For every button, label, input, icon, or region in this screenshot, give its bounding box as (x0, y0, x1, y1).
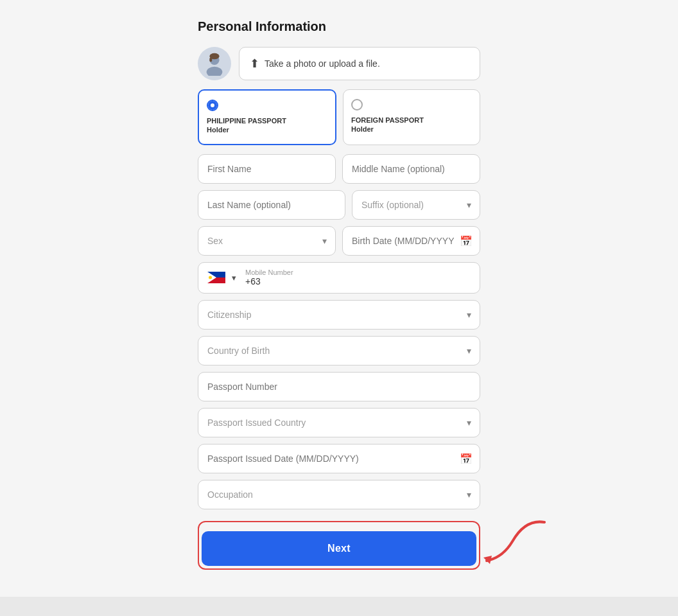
ph-flag-icon (207, 272, 225, 283)
philippine-passport-option[interactable]: PHILIPPINE PASSPORTHolder (198, 89, 336, 145)
svg-point-7 (209, 276, 212, 279)
page-title: Personal Information (198, 19, 480, 34)
upload-icon: ⬆ (250, 57, 259, 71)
occupation-select[interactable]: Occupation Employee Self-employed Studen… (198, 480, 480, 509)
passport-issued-country-wrapper: Passport Issued Country Philippines Unit… (198, 408, 480, 437)
sex-select[interactable]: Sex Male Female (198, 226, 336, 256)
lastname-row: Suffix (optional) Jr. Sr. III IV ▾ (198, 190, 480, 220)
mobile-code: +63 (245, 276, 293, 286)
sex-wrapper: Sex Male Female ▾ (198, 226, 336, 256)
passport-type-row: PHILIPPINE PASSPORTHolder FOREIGN PASSPO… (198, 89, 480, 145)
country-of-birth-wrapper: Country of Birth Philippines United Stat… (198, 336, 480, 365)
next-button-container: Next (198, 516, 480, 570)
birth-date-input[interactable] (342, 226, 480, 256)
next-button-highlight: Next (198, 521, 480, 570)
foreign-passport-radio[interactable] (351, 99, 363, 110)
avatar (198, 47, 231, 80)
upload-button[interactable]: ⬆ Take a photo or upload a file. (239, 47, 480, 80)
svg-rect-3 (209, 58, 212, 62)
foreign-passport-label: FOREIGN PASSPORTHolder (351, 116, 424, 134)
citizenship-wrapper: Citizenship Filipino American Other ▾ (198, 300, 480, 330)
svg-marker-8 (483, 556, 492, 564)
passport-number-input[interactable] (198, 372, 480, 401)
arrow-annotation (474, 516, 551, 570)
foreign-passport-option[interactable]: FOREIGN PASSPORTHolder (343, 89, 480, 145)
sex-birthdate-row: Sex Male Female ▾ 📅 (198, 226, 480, 256)
citizenship-select[interactable]: Citizenship Filipino American Other (198, 300, 480, 330)
country-of-birth-select[interactable]: Country of Birth Philippines United Stat… (198, 336, 480, 365)
bottom-bar (0, 597, 678, 616)
mobile-label: Mobile Number (245, 269, 293, 276)
passport-issued-date-wrapper: 📅 (198, 444, 480, 473)
flag-dropdown-arrow: ▾ (232, 273, 236, 283)
suffix-select[interactable]: Suffix (optional) Jr. Sr. III IV (352, 190, 480, 220)
philippine-passport-label: PHILIPPINE PASSPORTHolder (207, 116, 286, 135)
name-row (198, 154, 480, 184)
last-name-input[interactable] (198, 190, 345, 220)
upload-label: Take a photo or upload a file. (265, 58, 380, 69)
middle-name-input[interactable] (342, 154, 480, 184)
passport-issued-country-select[interactable]: Passport Issued Country Philippines Unit… (198, 408, 480, 437)
suffix-wrapper: Suffix (optional) Jr. Sr. III IV ▾ (352, 190, 480, 220)
passport-issued-date-input[interactable] (198, 444, 480, 473)
birth-date-wrapper: 📅 (342, 226, 480, 256)
philippine-passport-radio[interactable] (207, 100, 218, 111)
mobile-field[interactable]: ▾ Mobile Number +63 (198, 262, 480, 294)
first-name-input[interactable] (198, 154, 336, 184)
next-button[interactable]: Next (202, 531, 476, 566)
svg-point-1 (207, 67, 223, 76)
occupation-wrapper: Occupation Employee Self-employed Studen… (198, 480, 480, 509)
photo-upload-row: ⬆ Take a photo or upload a file. (198, 47, 480, 80)
